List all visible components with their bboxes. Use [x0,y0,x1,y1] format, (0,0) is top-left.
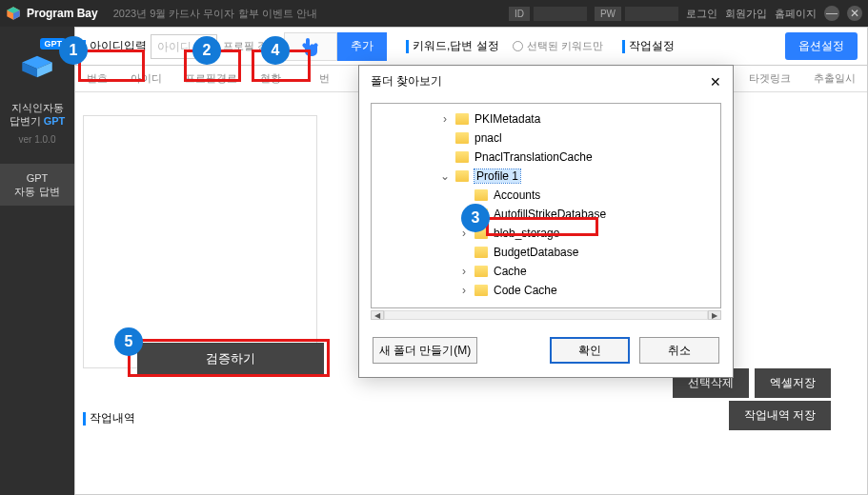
topbar: Program Bay 2023년 9월 카드사 무이자 할부 이벤트 안내 I… [0,0,868,27]
id-login-group: ID [509,7,587,21]
folder-item[interactable]: pnacl [383,129,717,148]
homepage-link[interactable]: 홈페이지 [775,7,817,21]
app-name: Program Bay [27,7,98,20]
nav-gpt-line1: GPT [0,171,74,185]
folder-name: Accounts [494,188,540,202]
book-icon [20,50,54,84]
dialog-title: 폴더 찾아보기 [371,73,442,89]
nav-gpt-auto-answer[interactable]: GPT 자동 답변 [0,164,74,207]
folder-item[interactable]: ›Code Cache [383,281,717,300]
login-link[interactable]: 로그인 [686,7,717,21]
folder-name: AutofillStrikeDatabase [494,208,606,221]
close-icon[interactable]: ✕ [847,6,862,21]
folder-tree[interactable]: ›PKIMetadatapnaclPnaclTranslationCache⌄P… [371,103,721,308]
pw-label: PW [595,7,621,21]
folder-name: Profile 1 [474,169,520,183]
minimize-icon[interactable]: — [824,6,839,21]
tutorial-badge-3: 3 [461,204,490,232]
id-input[interactable] [534,7,587,21]
tutorial-badge-1: 1 [59,36,88,65]
tutorial-badge-5: 5 [114,327,143,356]
work-log-section: 작업내역 [83,410,135,426]
verify-button[interactable]: 검증하기 [137,343,324,375]
dialog-close-icon[interactable]: ✕ [710,74,721,89]
dialog-cancel-button[interactable]: 취소 [639,337,719,364]
folder-name: Cache [494,265,527,278]
folder-name: Code Cache [494,284,557,297]
scroll-right-icon[interactable]: ▶ [708,310,721,320]
tutorial-badge-4: 4 [261,36,290,65]
dialog-ok-button[interactable]: 확인 [550,337,630,364]
folder-icon [455,113,469,125]
section-id-label: 아이디입력 [90,38,147,54]
col-no[interactable]: 번호 [75,66,119,91]
option-settings-button[interactable]: 옵션설정 [785,32,858,60]
browse-folder-button[interactable] [284,32,337,61]
sidebar-title-line2b: GPT [44,115,66,127]
folder-icon [474,189,488,201]
sidebar-title-line1: 지식인자동 [10,101,66,114]
folder-name: blob_storage [494,227,559,240]
col-date[interactable]: 추출일시 [802,66,867,91]
col-no2[interactable]: 번 [308,66,341,91]
folder-item[interactable]: BudgetDatabase [383,243,717,262]
section-keyword-label: 키워드,답변 설정 [413,38,499,54]
version-label: ver 1.0.0 [19,134,56,145]
sidebar-logo: GPT [7,36,68,97]
folder-item[interactable]: ⌄Profile 1 [383,167,717,186]
folder-item[interactable]: PnaclTranslationCache [383,148,717,167]
col-target[interactable]: 타겟링크 [737,66,802,91]
folder-name: PKIMetadata [474,112,540,126]
keyword-only-label: 선택된 키워드만 [527,39,603,53]
folder-name: BudgetDatabase [494,246,578,259]
folder-item[interactable]: Accounts [383,186,717,205]
folder-item[interactable]: AutofillStrikeDatabase [383,205,717,224]
col-profile[interactable]: 프로필경로 [173,66,249,91]
folder-icon [474,266,488,277]
folder-icon [455,170,469,182]
sidebar: GPT 지식인자동 답변기 GPT ver 1.0.0 GPT 자동 답변 [0,27,74,495]
work-log-label: 작업내역 [90,410,135,426]
folder-icon [455,132,469,144]
signup-link[interactable]: 회원가입 [725,7,767,21]
folder-icon [474,247,488,258]
folder-name: PnaclTranslationCache [474,150,593,164]
expand-icon[interactable]: › [459,265,469,278]
sidebar-title-line2a: 답변기 [10,115,44,127]
new-folder-button[interactable]: 새 폴더 만들기(M) [373,337,477,364]
folder-item[interactable]: ›PKIMetadata [383,109,717,129]
folder-icon [455,151,469,163]
folder-item[interactable]: ›blob_storage [383,224,717,243]
col-id[interactable]: 아이디 [119,66,173,91]
keyword-only-radio[interactable] [513,41,523,51]
folder-name: pnacl [474,131,502,145]
expand-icon[interactable]: ⌄ [440,169,450,183]
col-status[interactable]: 현황 [249,66,293,91]
excel-save-button[interactable]: 엑셀저장 [755,368,831,398]
folder-browse-dialog: 폴더 찾아보기 ✕ ›PKIMetadatapnaclPnaclTranslat… [358,65,734,378]
nav-gpt-line2: 자동 답변 [0,185,74,198]
add-button[interactable]: 추가 [337,32,387,61]
folder-item[interactable]: ›Cache [383,262,717,281]
save-work-button[interactable]: 작업내역 저장 [729,401,831,430]
expand-icon[interactable]: › [459,284,469,297]
sidebar-title: 지식인자동 답변기 GPT [10,101,66,129]
folder-icon [474,285,488,296]
app-logo-icon [6,6,21,21]
h-scrollbar[interactable]: ◀ ▶ [371,308,721,322]
pw-login-group: PW [595,7,678,21]
scroll-left-icon[interactable]: ◀ [371,310,384,320]
expand-icon[interactable]: › [440,112,450,126]
tutorial-badge-2: 2 [192,36,221,65]
promo-text: 2023년 9월 카드사 무이자 할부 이벤트 안내 [113,7,317,21]
pw-input[interactable] [625,7,678,21]
hand-pointer-icon [299,35,322,58]
section-work-label: 작업설정 [629,38,675,54]
id-label: ID [509,7,530,21]
